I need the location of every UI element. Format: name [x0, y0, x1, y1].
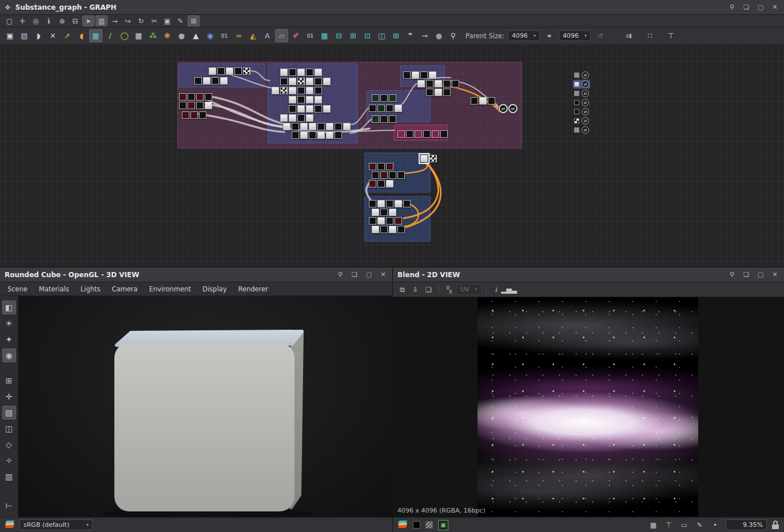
material-mode-icon[interactable]: ◉	[2, 349, 16, 362]
graph-output-item[interactable]: ⇄	[573, 117, 590, 125]
graph-node[interactable]	[297, 105, 305, 113]
graph-node[interactable]	[380, 171, 388, 179]
graph-node[interactable]	[289, 105, 296, 113]
curve-adjust-node-icon[interactable]: ⊞	[347, 29, 360, 42]
shape-node-icon[interactable]: ◯	[118, 29, 131, 42]
graph-node[interactable]	[306, 78, 313, 85]
graph-node[interactable]	[443, 80, 451, 87]
graph-node[interactable]	[386, 180, 393, 187]
graph-node[interactable]	[386, 163, 393, 170]
paint-brush-node-icon[interactable]: ✐	[289, 29, 303, 42]
viewport-3d[interactable]	[18, 296, 392, 517]
menu-environment[interactable]: Environment	[144, 283, 196, 295]
curve-node-icon[interactable]: ➚	[61, 29, 74, 42]
graph-node[interactable]	[372, 226, 379, 233]
light-icon[interactable]: ☀	[2, 317, 16, 330]
float-button[interactable]: ❏	[350, 270, 359, 279]
pin-node-icon[interactable]: ⚲	[447, 29, 460, 42]
graph-node[interactable]	[397, 130, 405, 138]
screenshot-icon[interactable]: ◎	[30, 15, 42, 26]
crop-icon[interactable]: ⊟	[69, 15, 81, 26]
graph-node[interactable]	[179, 102, 186, 109]
graph-output-item[interactable]: ⇄	[573, 80, 590, 89]
graph-output-item[interactable]: ⇄	[573, 107, 590, 116]
color-layers-icon[interactable]	[397, 521, 408, 529]
zoom-icon[interactable]: ⊕	[56, 15, 68, 26]
graph-node[interactable]	[280, 114, 288, 122]
graph-node[interactable]	[315, 105, 322, 113]
graph-node[interactable]	[309, 131, 316, 139]
float-button[interactable]: ❏	[742, 270, 751, 279]
wire-straight-icon[interactable]: →	[109, 15, 121, 26]
tiling-icon[interactable]: ▚	[443, 284, 455, 295]
graph-node[interactable]	[243, 67, 250, 75]
graph-node[interactable]	[420, 71, 428, 79]
anchor-icon[interactable]: ⊤	[664, 29, 678, 42]
graph-output-item[interactable]: ⇄	[573, 71, 590, 79]
lock-icon[interactable]	[771, 520, 779, 530]
checker-background-swatch[interactable]	[425, 521, 433, 529]
graph-node[interactable]	[326, 123, 333, 130]
pyramid-node-icon[interactable]: ▲	[189, 29, 202, 42]
size-reset-icon[interactable]: ↺	[594, 30, 606, 41]
graph-node[interactable]	[389, 226, 396, 233]
graph-node[interactable]	[309, 123, 316, 130]
graph-node[interactable]	[226, 67, 233, 75]
graph-node[interactable]	[315, 78, 322, 85]
frame-icon[interactable]: ▭	[678, 519, 690, 530]
uniform-color-node-icon[interactable]: ▣	[3, 29, 17, 42]
info-icon[interactable]: i	[490, 284, 502, 295]
parent-height-select[interactable]: 4096 ▾	[559, 30, 591, 41]
height-01-node-icon[interactable]: 01	[218, 29, 231, 42]
graph-node[interactable]	[272, 87, 279, 94]
graph-node[interactable]	[443, 89, 451, 96]
graph-node[interactable]	[292, 123, 299, 130]
graph-node[interactable]	[403, 200, 411, 207]
graph-node[interactable]	[297, 69, 305, 76]
info-icon[interactable]: ℹ	[43, 15, 55, 26]
color-management-icon[interactable]	[5, 521, 15, 529]
pin-button[interactable]: ⚲	[336, 270, 345, 279]
graph-node[interactable]	[377, 163, 385, 170]
graph-node[interactable]	[300, 131, 308, 139]
graph-node[interactable]	[479, 97, 487, 105]
graph-node[interactable]	[335, 131, 342, 139]
graph-node[interactable]	[190, 111, 198, 119]
solid-cube-icon[interactable]: ▧	[2, 406, 16, 419]
gradient-node-icon[interactable]: ◖	[75, 29, 88, 42]
wireframe-cube-icon[interactable]: ◫	[2, 422, 16, 435]
parent-width-select[interactable]: 4096 ▾	[508, 30, 540, 41]
graph-node[interactable]	[412, 71, 419, 79]
graph-node[interactable]	[196, 102, 204, 109]
viewport-2d[interactable]: 4096 x 4096 (RGBA, 16bpc)	[393, 297, 784, 517]
scene-tree-icon[interactable]: ⊢	[2, 499, 16, 513]
graph-node[interactable]	[300, 123, 308, 130]
normal-node-icon[interactable]: ◉	[204, 29, 217, 42]
snap-icon[interactable]: ⊤	[663, 519, 675, 530]
graph-node[interactable]	[209, 67, 216, 75]
graph-node[interactable]	[289, 96, 296, 103]
expose-parameters-icon[interactable]: ∷	[643, 29, 656, 42]
graph-node[interactable]	[199, 111, 206, 119]
postfx-icon[interactable]: ✦	[2, 333, 16, 346]
graph-node[interactable]	[377, 105, 385, 112]
graph-node[interactable]	[420, 155, 428, 162]
display-mode-icon[interactable]: ▥	[95, 15, 108, 26]
histogram-icon[interactable]: ▂▅▃	[503, 284, 515, 295]
graph-node[interactable]	[380, 209, 388, 216]
graph-node[interactable]	[297, 114, 305, 122]
graph-node[interactable]	[297, 78, 305, 85]
geometry-icon[interactable]: ◇	[2, 438, 16, 451]
paint-icon[interactable]: ✎	[174, 15, 186, 26]
graph-node[interactable]	[397, 226, 405, 233]
graph-node[interactable]	[372, 94, 379, 102]
dot-icon[interactable]: •	[709, 519, 721, 530]
graph-node[interactable]	[317, 123, 325, 130]
stats-icon[interactable]: ▥	[2, 470, 16, 483]
align-nodes-icon[interactable]: ▣	[161, 15, 173, 26]
grid-snap-icon[interactable]: ⊞	[188, 15, 200, 26]
graph-node[interactable]	[488, 97, 495, 105]
close-button[interactable]: ✕	[770, 3, 779, 12]
maximize-button[interactable]: ▢	[756, 3, 765, 12]
graph-node[interactable]	[415, 130, 422, 138]
